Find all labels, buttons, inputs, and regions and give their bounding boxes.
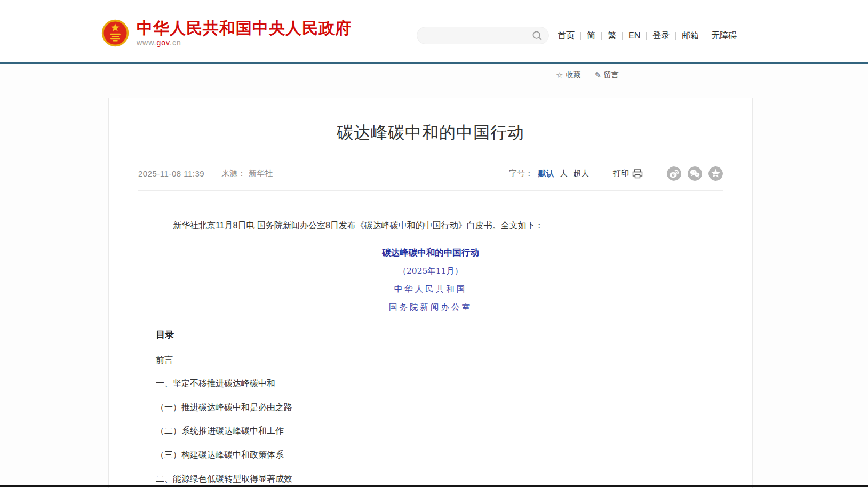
bottom-border-bar <box>0 485 868 487</box>
site-title-block: 中华人民共和国中央人民政府 www.gov.cn <box>137 19 352 47</box>
nav-separator <box>601 32 602 40</box>
font-size-option-xlarge[interactable]: 超大 <box>573 169 589 179</box>
favorite-button[interactable]: ☆ 收藏 <box>556 70 580 80</box>
doc-issuer-line1: 中华人民共和国 <box>156 284 705 295</box>
nav-accessibility[interactable]: 无障碍 <box>711 30 737 42</box>
article-meta-row: 2025-11-08 11:39 来源： 新华社 字号： 默认 大 超大 打印 <box>138 166 723 181</box>
top-nav: 首页 简 繁 EN 登录 邮箱 无障碍 <box>558 29 737 42</box>
favorite-label: 收藏 <box>566 70 580 80</box>
toc-heading: 目录 <box>156 329 705 341</box>
toc-item-2: 二、能源绿色低碳转型取得显著成效 <box>156 474 705 484</box>
doc-issuer-line2: 国务院新闻办公室 <box>156 302 705 313</box>
font-size-label: 字号： <box>509 169 533 179</box>
nav-separator <box>705 32 705 40</box>
source-label: 来源： <box>221 169 245 179</box>
toc-item-1: 一、坚定不移推进碳达峰碳中和 <box>156 379 705 388</box>
wechat-share-icon[interactable] <box>688 166 702 181</box>
star-icon: ☆ <box>556 70 563 80</box>
share-group <box>667 166 723 181</box>
article-meta-left: 2025-11-08 11:39 来源： 新华社 <box>138 169 273 179</box>
nav-home[interactable]: 首页 <box>558 30 575 42</box>
site-url-suffix: .cn <box>170 38 181 47</box>
nav-traditional[interactable]: 繁 <box>608 30 616 42</box>
weibo-share-icon[interactable] <box>667 166 681 181</box>
toc-item-1-2: （二）系统推进碳达峰碳中和工作 <box>156 426 705 436</box>
print-button[interactable]: 打印 <box>613 169 643 179</box>
toc-item-preface: 前言 <box>156 355 705 365</box>
search-box <box>417 27 549 44</box>
site-logo[interactable]: 中华人民共和国中央人民政府 www.gov.cn <box>101 19 352 47</box>
site-title[interactable]: 中华人民共和国中央人民政府 <box>137 19 352 37</box>
site-url-prefix: www. <box>137 38 156 47</box>
source-value[interactable]: 新华社 <box>249 169 273 179</box>
search-icon[interactable] <box>529 28 545 44</box>
article-card: 碳达峰碳中和的中国行动 2025-11-08 11:39 来源： 新华社 字号：… <box>108 98 753 488</box>
toc-item-1-3: （三）构建碳达峰碳中和政策体系 <box>156 450 705 460</box>
page-tools: ☆ 收藏 ✎ 留言 <box>556 70 619 80</box>
font-size-option-default[interactable]: 默认 <box>538 169 554 179</box>
article-body: 新华社北京11月8日电 国务院新闻办公室8日发布《碳达峰碳中和的中国行动》白皮书… <box>109 191 752 488</box>
site-url[interactable]: www.gov.cn <box>137 38 352 47</box>
message-label: 留言 <box>604 70 619 80</box>
article-title: 碳达峰碳中和的中国行动 <box>109 122 752 144</box>
toc-item-1-1: （一）推进碳达峰碳中和是必由之路 <box>156 403 705 412</box>
site-url-mid: gov <box>156 38 170 47</box>
pencil-icon: ✎ <box>594 70 601 80</box>
qzone-share-icon[interactable] <box>708 166 723 181</box>
meta-separator <box>655 169 655 179</box>
doc-date: （2025年11月） <box>156 266 705 277</box>
lead-paragraph: 新华社北京11月8日电 国务院新闻办公室8日发布《碳达峰碳中和的中国行动》白皮书… <box>156 219 705 233</box>
site-header: 中华人民共和国中央人民政府 www.gov.cn 首页 简 繁 EN 登录 邮箱… <box>0 0 868 64</box>
nav-separator <box>646 32 647 40</box>
nav-login[interactable]: 登录 <box>652 30 670 42</box>
font-size-option-large[interactable]: 大 <box>560 169 568 179</box>
article-date: 2025-11-08 11:39 <box>138 169 204 178</box>
nav-separator <box>580 32 581 40</box>
national-emblem-icon <box>101 19 129 47</box>
nav-mail[interactable]: 邮箱 <box>682 30 699 42</box>
message-button[interactable]: ✎ 留言 <box>594 70 619 80</box>
article-meta-right: 字号： 默认 大 超大 打印 <box>509 166 723 181</box>
print-label: 打印 <box>613 169 629 179</box>
nav-simplified[interactable]: 简 <box>587 30 595 42</box>
doc-title: 碳达峰碳中和的中国行动 <box>156 247 705 259</box>
printer-icon <box>632 169 643 179</box>
nav-separator <box>675 32 676 40</box>
meta-separator <box>601 169 601 179</box>
search-input[interactable] <box>417 27 529 44</box>
nav-english[interactable]: EN <box>628 31 640 41</box>
nav-separator <box>622 32 623 40</box>
